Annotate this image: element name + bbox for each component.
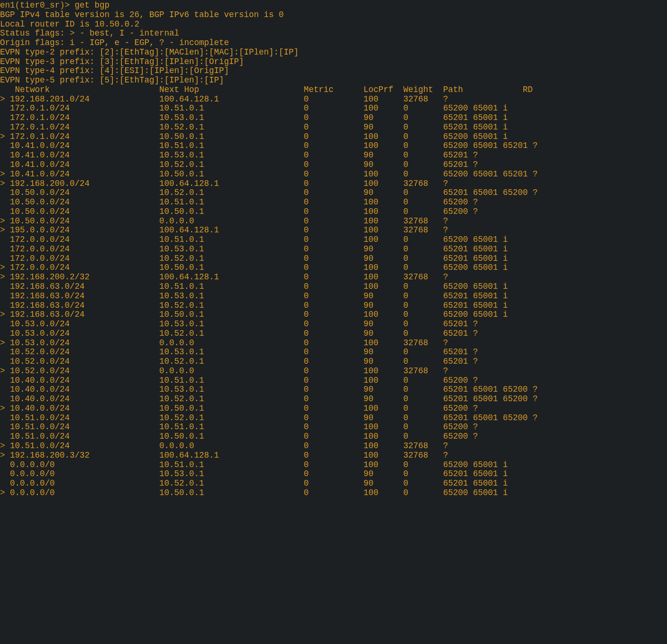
route-network: 10.40.0.0/24: [10, 376, 159, 385]
route-locprf: 100: [364, 282, 403, 291]
route-path: 65200 65001 i: [443, 488, 508, 497]
route-network: 0.0.0.0/0: [10, 478, 159, 488]
route-next-hop: 10.50.0.1: [159, 488, 304, 497]
route-metric: 0: [304, 94, 364, 104]
route-flag: [0, 319, 10, 329]
route-flag: >: [0, 225, 10, 235]
route-network: 10.53.0.0/24: [10, 319, 159, 329]
route-path: 65201 65001 65200 ?: [443, 188, 538, 197]
route-weight: 0: [403, 169, 443, 179]
route-flag: [0, 122, 10, 132]
route-next-hop: 10.51.0.1: [159, 376, 304, 385]
bgp-route-row: 10.51.0.0/24 10.50.0.1 0 100 0 65200 ?: [0, 432, 667, 442]
route-metric: 0: [304, 301, 364, 310]
route-flag: [0, 197, 10, 207]
route-flag: [0, 385, 10, 394]
route-next-hop: 10.50.0.1: [159, 310, 304, 319]
route-weight: 0: [403, 469, 443, 478]
route-metric: 0: [304, 460, 364, 469]
route-network: 172.0.0.0/24: [10, 244, 159, 254]
route-metric: 0: [304, 478, 364, 488]
route-locprf: 100: [364, 103, 403, 113]
route-next-hop: 10.53.0.1: [159, 113, 304, 122]
route-network: 10.50.0.0/24: [10, 216, 159, 226]
route-next-hop: 10.50.0.1: [159, 207, 304, 216]
route-next-hop: 0.0.0.0: [159, 338, 304, 348]
bgp-route-row: > 192.168.200.3/32 100.64.128.1 0 100 32…: [0, 451, 667, 460]
route-locprf: 100: [364, 432, 403, 441]
route-weight: 0: [403, 263, 443, 272]
route-flag: [0, 188, 10, 197]
route-weight: 32768: [403, 216, 443, 226]
route-next-hop: 10.50.0.1: [159, 432, 304, 441]
bgp-route-row: > 10.50.0.0/24 0.0.0.0 0 100 32768 ?: [0, 217, 667, 226]
bgp-route-row: 10.40.0.0/24 10.52.0.1 0 90 0 65201 6500…: [0, 395, 667, 404]
route-weight: 32768: [403, 225, 443, 235]
route-locprf: 100: [364, 310, 403, 319]
route-locprf: 100: [364, 422, 403, 432]
route-locprf: 100: [364, 235, 403, 244]
route-flag: >: [0, 263, 10, 272]
route-network: 172.0.1.0/24: [10, 103, 159, 113]
route-weight: 32768: [403, 366, 443, 376]
terminal-output[interactable]: en1(tier0_sr)> get bgpBGP IPv4 table ver…: [0, 0, 667, 498]
route-flag: >: [0, 451, 10, 460]
route-locprf: 90: [364, 347, 403, 357]
route-locprf: 100: [364, 216, 403, 226]
route-network: 192.168.200.3/32: [10, 451, 159, 460]
route-network: 10.52.0.0/24: [10, 366, 159, 376]
route-flag: [0, 329, 10, 338]
route-network: 10.50.0.0/24: [10, 207, 159, 216]
route-network: 172.0.1.0/24: [10, 113, 159, 122]
route-flag: >: [0, 404, 10, 413]
route-next-hop: 10.51.0.1: [159, 422, 304, 432]
command: get bgp: [75, 0, 110, 10]
route-weight: 0: [403, 310, 443, 319]
route-weight: 32768: [403, 272, 443, 282]
route-path: 65201 65001 65200 ?: [443, 385, 538, 394]
route-locprf: 90: [364, 413, 403, 423]
bgp-route-row: 10.41.0.0/24 10.51.0.1 0 100 0 65200 650…: [0, 141, 667, 151]
route-flag: >: [0, 179, 10, 188]
route-weight: 0: [403, 460, 443, 469]
route-metric: 0: [304, 235, 364, 244]
route-path: 65201 ?: [443, 347, 478, 357]
route-metric: 0: [304, 254, 364, 263]
route-path: 65201 65001 i: [443, 301, 508, 310]
route-metric: 0: [304, 244, 364, 254]
route-locprf: 100: [364, 451, 403, 460]
route-locprf: 100: [364, 488, 403, 497]
bgp-route-row: 172.0.1.0/24 10.51.0.1 0 100 0 65200 650…: [0, 104, 667, 113]
preamble-line-3: Origin flags: i - IGP, e - EGP, ? - inco…: [0, 38, 229, 47]
route-metric: 0: [304, 422, 364, 432]
route-next-hop: 100.64.128.1: [159, 94, 304, 104]
route-metric: 0: [304, 188, 364, 197]
route-locprf: 100: [364, 169, 403, 179]
route-path: 65200 65001 i: [443, 103, 508, 113]
route-locprf: 100: [364, 225, 403, 235]
route-path: 65200 ?: [443, 197, 478, 207]
route-weight: 0: [403, 319, 443, 329]
route-next-hop: 10.53.0.1: [159, 385, 304, 394]
route-network: 10.51.0.0/24: [10, 432, 159, 441]
route-flag: [0, 357, 10, 366]
route-flag: [0, 460, 10, 469]
route-network: 10.50.0.0/24: [10, 197, 159, 207]
route-path: 65201 65001 i: [443, 122, 508, 132]
bgp-route-row: 10.50.0.0/24 10.52.0.1 0 90 0 65201 6500…: [0, 188, 667, 198]
route-weight: 0: [403, 385, 443, 394]
route-locprf: 90: [364, 188, 403, 197]
route-metric: 0: [304, 291, 364, 301]
route-network: 172.0.0.0/24: [10, 254, 159, 263]
route-flag: [0, 282, 10, 291]
route-network: 0.0.0.0/0: [10, 460, 159, 469]
route-weight: 0: [403, 254, 443, 263]
route-flag: >: [0, 169, 10, 179]
preamble-line-7: EVPN type-4 prefix: [4]:[ESI]:[IPlen]:[O…: [0, 66, 229, 75]
preamble-line-8: EVPN type-5 prefix: [5]:[EthTag]:[IPlen]…: [0, 75, 224, 85]
route-network: 172.0.0.0/24: [10, 235, 159, 244]
route-metric: 0: [304, 488, 364, 497]
route-network: 172.0.0.0/24: [10, 263, 159, 272]
route-locprf: 90: [364, 329, 403, 338]
route-locprf: 100: [364, 263, 403, 272]
